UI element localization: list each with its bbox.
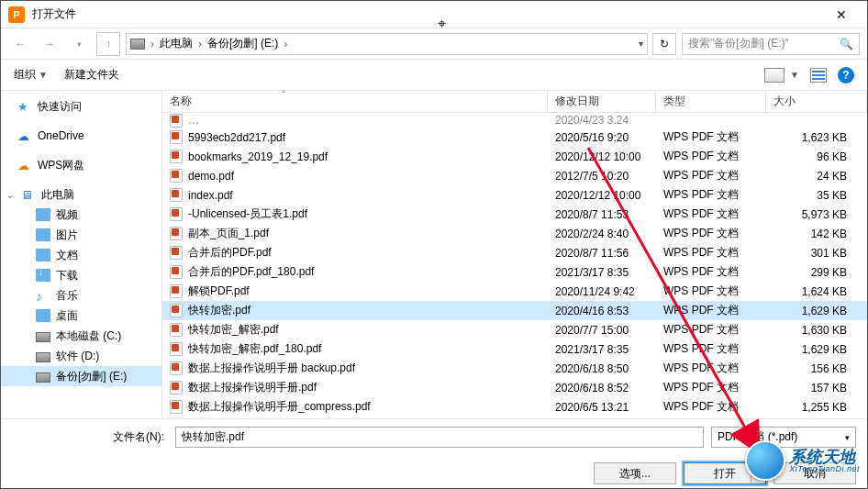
table-row[interactable]: -Unlicensed-员工表1.pdf2020/8/7 11:53WPS PD…	[162, 205, 867, 224]
table-row[interactable]: demo.pdf2012/7/5 10:20WPS PDF 文档24 KB	[162, 166, 867, 185]
sort-indicator-icon: ˄	[282, 90, 286, 99]
file-name: 合并后的PDF.pdf	[188, 245, 272, 261]
sidebar-tree: ★快速访问 ☁OneDrive ☁WPS网盘 ⌄🖥此电脑 视频 图片 文档 下载…	[1, 91, 162, 418]
watermark-globe-icon	[745, 440, 785, 481]
file-size: 1,255 KB	[766, 401, 867, 414]
music-icon: ♪	[36, 289, 50, 302]
folder-icon	[36, 249, 50, 261]
breadcrumb-root[interactable]: 此电脑	[160, 36, 193, 51]
table-row[interactable]: 副本_页面_1.pdf2020/2/24 8:40WPS PDF 文档142 K…	[162, 224, 867, 243]
filename-input[interactable]	[175, 427, 704, 448]
pdf-file-icon	[170, 150, 183, 163]
table-row[interactable]: 快转加密_解密.pdf_180.pdf2021/3/17 8:35WPS PDF…	[162, 339, 867, 359]
new-folder-button[interactable]: 新建文件夹	[64, 67, 119, 83]
table-row[interactable]: 合并后的PDF.pdf2020/8/7 11:56WPS PDF 文档301 K…	[162, 243, 867, 262]
sidebar-item-wps[interactable]: ☁WPS网盘	[1, 155, 161, 175]
sidebar-item-thispc[interactable]: ⌄🖥此电脑	[1, 184, 161, 205]
column-header-modified[interactable]: 修改日期	[548, 91, 656, 112]
table-row[interactable]: 5993ecb2dd217.pdf2020/5/16 9:20WPS PDF 文…	[162, 128, 867, 147]
sidebar-item-drive-d[interactable]: 软件 (D:)	[1, 346, 161, 366]
sidebar-item-quickaccess[interactable]: ★快速访问	[1, 96, 161, 117]
pdf-file-icon	[170, 246, 183, 260]
cursor-icon: ⌖	[438, 16, 446, 32]
column-header-type[interactable]: 类型	[656, 91, 766, 112]
file-size: 142 KB	[766, 228, 867, 240]
watermark: 系统天地 XiTongTianDi.net	[745, 440, 860, 481]
sidebar-item-onedrive[interactable]: ☁OneDrive	[1, 126, 161, 146]
search-input[interactable]: 搜索"备份[勿删] (E:)" 🔍	[682, 33, 860, 55]
table-row[interactable]: 数据上报操作说明手册.pdf2020/6/18 8:52WPS PDF 文档15…	[162, 378, 867, 397]
pdf-file-icon	[170, 323, 183, 337]
sidebar-item-music[interactable]: ♪音乐	[1, 285, 161, 306]
breadcrumb-folder[interactable]: 备份[勿删] (E:)	[207, 36, 278, 51]
help-icon[interactable]: ?	[838, 67, 854, 83]
pc-icon: 🖥	[21, 188, 36, 201]
file-type: WPS PDF 文档	[656, 283, 766, 299]
nav-recent-button[interactable]: ▾	[67, 32, 91, 56]
search-icon: 🔍	[840, 38, 853, 50]
pdf-file-icon	[170, 130, 183, 144]
pdf-file-icon	[170, 188, 183, 202]
organize-button[interactable]: 组织▼	[14, 67, 48, 83]
file-name: 数据上报操作说明手册.pdf	[188, 380, 317, 395]
cloud-icon: ☁	[17, 129, 32, 142]
chevron-down-icon[interactable]: ⌄	[6, 190, 16, 200]
filename-label: 文件名(N):	[12, 429, 168, 445]
sidebar-item-pictures[interactable]: 图片	[1, 225, 161, 245]
breadcrumb-sep-icon: ›	[198, 38, 202, 50]
file-modified: 2020/6/18 8:52	[548, 382, 656, 395]
file-type: WPS PDF 文档	[656, 361, 766, 376]
file-name: index.pdf	[188, 189, 233, 202]
table-row[interactable]: index.pdf2020/12/12 10:00WPS PDF 文档35 KB	[162, 185, 867, 205]
column-headers: ˄ 名称 修改日期 类型 大小	[162, 91, 867, 113]
table-row[interactable]: 数据上报操作说明手册 backup.pdf2020/6/18 8:50WPS P…	[162, 359, 867, 378]
pdf-file-icon	[170, 361, 183, 375]
nav-forward-button[interactable]: →	[38, 32, 61, 56]
column-header-size[interactable]: 大小	[766, 91, 867, 112]
file-modified: 2020/12/12 10:00	[548, 189, 656, 202]
refresh-button[interactable]: ↻	[652, 33, 676, 55]
file-size: 1,624 KB	[766, 285, 867, 298]
breadcrumb-sep-icon: ›	[284, 38, 287, 50]
file-name: -Unlicensed-员工表1.pdf	[188, 206, 307, 222]
file-size: 96 KB	[766, 150, 867, 163]
table-row[interactable]: 快转加密.pdf2020/4/16 8:53WPS PDF 文档1,629 KB	[162, 301, 867, 320]
nav-up-button[interactable]: ↑	[96, 32, 120, 56]
file-modified: 2020/5/16 9:20	[548, 131, 656, 144]
search-placeholder: 搜索"备份[勿删] (E:)"	[688, 36, 789, 51]
pdf-file-icon	[170, 114, 183, 128]
table-row[interactable]: 数据上报操作说明手册_compress.pdf2020/6/5 13:21WPS…	[162, 397, 867, 417]
sidebar-item-drive-e[interactable]: 备份[勿删] (E:)	[1, 366, 161, 386]
pdf-file-icon	[170, 207, 183, 221]
drive-icon	[130, 39, 145, 50]
file-type: WPS PDF 文档	[656, 226, 766, 241]
file-size: 299 KB	[766, 266, 867, 279]
pdf-file-icon	[170, 342, 183, 356]
sidebar-item-drive-c[interactable]: 本地磁盘 (C:)	[1, 326, 161, 346]
nav-back-button[interactable]: ←	[8, 32, 32, 56]
address-dropdown-icon[interactable]: ▾	[639, 39, 643, 49]
file-modified: 2021/3/17 8:35	[548, 266, 656, 279]
table-row[interactable]: 解锁PDF.pdf2020/11/24 9:42WPS PDF 文档1,624 …	[162, 282, 867, 301]
address-bar[interactable]: › 此电脑 › 备份[勿删] (E:) › ▾	[126, 33, 648, 55]
view-mode-button[interactable]: ▼	[764, 68, 799, 83]
sidebar-item-video[interactable]: 视频	[1, 205, 161, 225]
close-button[interactable]: ✕	[823, 7, 860, 22]
app-icon: P	[8, 6, 25, 23]
sidebar-item-downloads[interactable]: 下载	[1, 265, 161, 285]
table-row[interactable]: 合并后的PDF.pdf_180.pdf2021/3/17 8:35WPS PDF…	[162, 262, 867, 282]
file-type: WPS PDF 文档	[656, 322, 766, 338]
table-row[interactable]: 快转加密_解密.pdf2020/7/7 15:00WPS PDF 文档1,630…	[162, 320, 867, 339]
sidebar-item-desktop[interactable]: 桌面	[1, 306, 161, 326]
file-name: 5993ecb2dd217.pdf	[188, 131, 285, 144]
sidebar-item-documents[interactable]: 文档	[1, 245, 161, 265]
options-button[interactable]: 选项...	[594, 462, 676, 484]
file-type: WPS PDF 文档	[656, 206, 766, 222]
file-type: WPS PDF 文档	[656, 341, 766, 357]
preview-pane-button[interactable]	[810, 68, 827, 83]
table-row[interactable]: … 2020/4/23 3.24	[162, 113, 867, 128]
file-modified: 2020/2/24 8:40	[548, 228, 656, 240]
table-row[interactable]: bookmarks_2019_12_19.pdf2020/12/12 10:00…	[162, 147, 867, 166]
column-header-name[interactable]: 名称	[162, 91, 548, 112]
pdf-file-icon	[170, 381, 183, 395]
